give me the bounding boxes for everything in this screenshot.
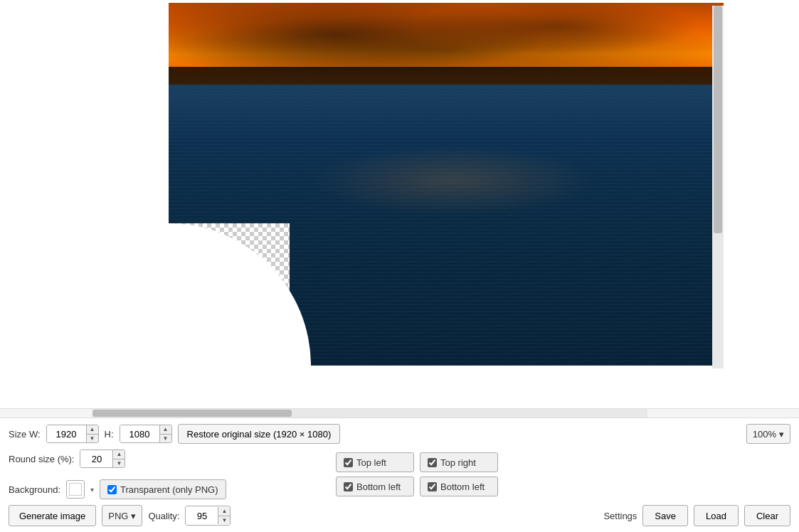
restore-size-button[interactable]: Restore original size (1920 × 1080) (178, 424, 341, 444)
background-label: Background: (9, 484, 60, 495)
quality-label: Quality: (148, 511, 179, 521)
transparent-checkbox-btn[interactable]: Transparent (only PNG) (100, 479, 226, 499)
water-highlight (311, 145, 596, 216)
bottom-right-checkbox-btn[interactable]: Bottom left (420, 477, 498, 496)
settings-group: Settings Save Load Clear (603, 505, 790, 526)
top-right-label: Top right (440, 457, 476, 468)
round-spin-buttons: ▲ ▼ (112, 450, 125, 467)
canvas-scrollbar-horizontal[interactable] (92, 409, 647, 417)
quality-spin-down[interactable]: ▼ (218, 516, 230, 524)
bottom-corners-row: Bottom left Bottom left (336, 477, 498, 496)
top-left-checkbox[interactable] (344, 458, 353, 467)
transparent-label: Transparent (only PNG) (120, 484, 218, 495)
settings-label: Settings (603, 511, 637, 521)
width-spin-down[interactable]: ▼ (87, 434, 98, 442)
size-w-label: Size W: (9, 429, 41, 440)
top-right-checkbox[interactable] (428, 458, 437, 467)
height-spin-up[interactable]: ▲ (160, 425, 171, 434)
rounded-corner-mask (169, 223, 311, 366)
save-button[interactable]: Save (642, 505, 688, 526)
format-value: PNG (108, 511, 128, 521)
round-input-group: ▲ ▼ (80, 449, 125, 468)
main-container: Size W: ▲ ▼ H: ▲ ▼ Restore origina (0, 0, 799, 532)
canvas-scrollbar-vertical[interactable] (712, 6, 724, 368)
quality-spin-buttons: ▲ ▼ (218, 507, 230, 524)
quality-spin-up[interactable]: ▲ (218, 507, 230, 516)
round-size-input[interactable] (80, 450, 112, 467)
bottom-left-label: Bottom left (356, 482, 401, 492)
round-spin-down[interactable]: ▼ (113, 459, 125, 467)
round-size-label: Round size (%): (9, 454, 74, 464)
bottom-right-checkbox[interactable] (428, 482, 437, 491)
height-spin-down[interactable]: ▼ (160, 434, 171, 442)
clear-button[interactable]: Clear (744, 505, 790, 526)
height-input[interactable] (120, 425, 159, 442)
top-left-label: Top left (356, 457, 386, 468)
transparent-checkbox[interactable] (107, 485, 117, 494)
zoom-dropdown-icon: ▾ (779, 429, 784, 440)
top-corners-row: Top left Top right (336, 452, 498, 472)
zoom-value: 100% (753, 429, 776, 440)
zoom-dropdown[interactable]: 100% ▾ (746, 424, 790, 444)
top-right-checkbox-btn[interactable]: Top right (420, 452, 498, 472)
color-dropdown-arrow[interactable]: ▾ (90, 486, 94, 494)
height-spin-buttons: ▲ ▼ (159, 425, 171, 442)
height-input-group: ▲ ▼ (120, 425, 172, 443)
load-button[interactable]: Load (694, 505, 739, 526)
bottom-left-checkbox[interactable] (344, 482, 353, 491)
round-spin-up[interactable]: ▲ (113, 450, 125, 459)
all-controls: Size W: ▲ ▼ H: ▲ ▼ Restore origina (9, 424, 790, 526)
quality-input[interactable] (186, 506, 218, 525)
controls-panel: Size W: ▲ ▼ H: ▲ ▼ Restore origina (0, 417, 799, 532)
image-wrapper (169, 3, 724, 366)
size-h-label: H: (105, 429, 114, 440)
canvas-area (0, 0, 799, 408)
width-input[interactable] (47, 425, 86, 442)
scrollbar-v-thumb[interactable] (714, 6, 722, 233)
format-dropdown-icon: ▾ (131, 511, 136, 521)
color-swatch (69, 483, 82, 496)
round-size-row: Round size (%): ▲ ▼ (9, 449, 307, 468)
background-row: Background: ▾ Transparent (only PNG) (9, 479, 307, 499)
top-left-checkbox-btn[interactable]: Top left (336, 452, 414, 472)
generate-image-button[interactable]: Generate image (9, 505, 96, 526)
left-controls: Round size (%): ▲ ▼ Background: (9, 449, 307, 499)
size-row: Size W: ▲ ▼ H: ▲ ▼ Restore origina (9, 424, 790, 444)
bottom-left-checkbox-btn[interactable]: Bottom left (336, 477, 414, 496)
bottom-right-label: Bottom left (440, 482, 485, 492)
scrollbar-h-thumb[interactable] (92, 410, 292, 417)
right-controls: Top left Top right Bottom left (336, 449, 498, 496)
quality-input-group: ▲ ▼ (185, 506, 231, 526)
width-input-group: ▲ ▼ (46, 425, 99, 443)
bottom-controls-row: Generate image PNG ▾ Quality: ▲ ▼ Settin… (9, 505, 790, 526)
width-spin-up[interactable]: ▲ (87, 425, 98, 434)
image-canvas (169, 3, 724, 366)
format-dropdown[interactable]: PNG ▾ (102, 505, 142, 526)
color-swatch-button[interactable] (66, 480, 85, 499)
width-spin-buttons: ▲ ▼ (86, 425, 98, 442)
